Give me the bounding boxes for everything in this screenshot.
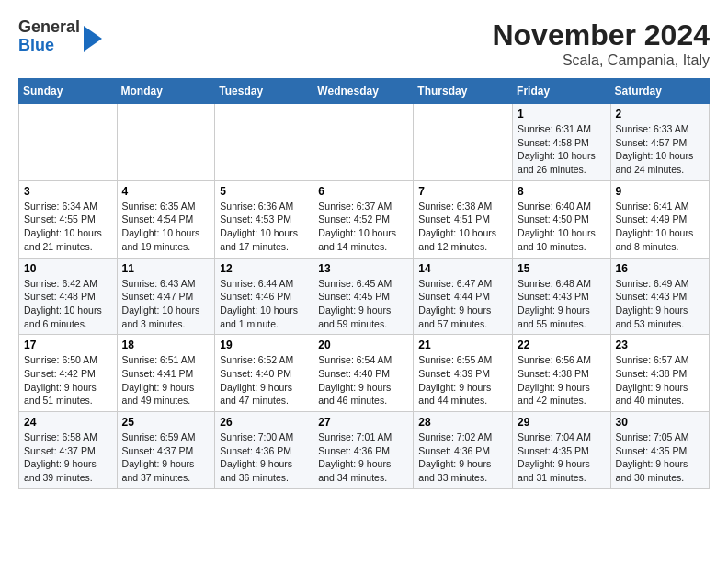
day-number: 28 <box>418 416 507 429</box>
calendar-cell: 22Sunrise: 6:56 AMSunset: 4:38 PMDayligh… <box>513 335 611 412</box>
day-number: 5 <box>220 185 308 198</box>
calendar-cell: 14Sunrise: 6:47 AMSunset: 4:44 PMDayligh… <box>414 258 513 335</box>
calendar-cell: 15Sunrise: 6:48 AMSunset: 4:43 PMDayligh… <box>513 258 611 335</box>
day-number: 18 <box>122 339 210 351</box>
day-number: 11 <box>122 262 210 275</box>
day-number: 19 <box>220 339 308 351</box>
day-info: Sunrise: 6:41 AMSunset: 4:49 PMDaylight:… <box>616 200 704 254</box>
day-info: Sunrise: 6:50 AMSunset: 4:42 PMDaylight:… <box>24 353 112 408</box>
day-info: Sunrise: 6:58 AMSunset: 4:37 PMDaylight:… <box>24 431 112 485</box>
calendar-cell: 13Sunrise: 6:45 AMSunset: 4:45 PMDayligh… <box>313 258 414 335</box>
week-row-4: 17Sunrise: 6:50 AMSunset: 4:42 PMDayligh… <box>19 335 710 412</box>
calendar-cell: 20Sunrise: 6:54 AMSunset: 4:40 PMDayligh… <box>313 335 414 412</box>
logo-text: General Blue <box>18 18 80 55</box>
calendar-cell: 6Sunrise: 6:37 AMSunset: 4:52 PMDaylight… <box>313 180 414 258</box>
calendar-cell: 1Sunrise: 6:31 AMSunset: 4:58 PMDaylight… <box>513 104 611 181</box>
day-info: Sunrise: 7:02 AMSunset: 4:36 PMDaylight:… <box>418 431 507 485</box>
week-row-1: 1Sunrise: 6:31 AMSunset: 4:58 PMDaylight… <box>19 104 710 181</box>
header-row: SundayMondayTuesdayWednesdayThursdayFrid… <box>19 79 710 104</box>
calendar-cell <box>313 104 414 181</box>
day-number: 3 <box>24 185 112 198</box>
calendar-cell: 5Sunrise: 6:36 AMSunset: 4:53 PMDaylight… <box>215 180 313 258</box>
calendar-cell: 11Sunrise: 6:43 AMSunset: 4:47 PMDayligh… <box>117 258 215 335</box>
day-number: 1 <box>518 108 606 121</box>
calendar-table: SundayMondayTuesdayWednesdayThursdayFrid… <box>18 78 710 489</box>
day-number: 27 <box>318 416 408 429</box>
calendar-cell: 25Sunrise: 6:59 AMSunset: 4:37 PMDayligh… <box>117 412 215 489</box>
column-header-sunday: Sunday <box>19 79 118 104</box>
day-info: Sunrise: 6:34 AMSunset: 4:55 PMDaylight:… <box>24 200 112 254</box>
logo: General Blue <box>18 18 102 55</box>
calendar-cell: 4Sunrise: 6:35 AMSunset: 4:54 PMDaylight… <box>117 180 215 258</box>
day-info: Sunrise: 6:44 AMSunset: 4:46 PMDaylight:… <box>220 277 308 331</box>
calendar-cell: 19Sunrise: 6:52 AMSunset: 4:40 PMDayligh… <box>215 335 313 412</box>
calendar-cell <box>19 104 118 181</box>
calendar-cell: 26Sunrise: 7:00 AMSunset: 4:36 PMDayligh… <box>215 412 313 489</box>
calendar-cell <box>215 104 313 181</box>
day-number: 6 <box>318 185 408 198</box>
day-number: 4 <box>122 185 210 198</box>
day-number: 24 <box>24 416 112 429</box>
calendar-cell: 17Sunrise: 6:50 AMSunset: 4:42 PMDayligh… <box>19 335 118 412</box>
column-header-tuesday: Tuesday <box>215 79 313 104</box>
day-number: 15 <box>518 262 606 275</box>
day-info: Sunrise: 7:01 AMSunset: 4:36 PMDaylight:… <box>318 431 408 485</box>
day-info: Sunrise: 6:57 AMSunset: 4:38 PMDaylight:… <box>616 353 704 408</box>
day-info: Sunrise: 7:05 AMSunset: 4:35 PMDaylight:… <box>616 431 704 485</box>
calendar-cell: 9Sunrise: 6:41 AMSunset: 4:49 PMDaylight… <box>610 180 709 258</box>
day-number: 10 <box>24 262 112 275</box>
day-number: 13 <box>318 262 408 275</box>
column-header-saturday: Saturday <box>610 79 709 104</box>
calendar-cell <box>414 104 513 181</box>
calendar-cell: 3Sunrise: 6:34 AMSunset: 4:55 PMDaylight… <box>19 180 118 258</box>
calendar-cell: 12Sunrise: 6:44 AMSunset: 4:46 PMDayligh… <box>215 258 313 335</box>
calendar-cell: 7Sunrise: 6:38 AMSunset: 4:51 PMDaylight… <box>414 180 513 258</box>
column-header-thursday: Thursday <box>414 79 513 104</box>
day-info: Sunrise: 6:47 AMSunset: 4:44 PMDaylight:… <box>418 277 507 331</box>
day-number: 23 <box>616 339 704 351</box>
day-info: Sunrise: 6:42 AMSunset: 4:48 PMDaylight:… <box>24 277 112 331</box>
column-header-wednesday: Wednesday <box>313 79 414 104</box>
day-info: Sunrise: 7:04 AMSunset: 4:35 PMDaylight:… <box>518 431 606 485</box>
logo-general: General <box>18 18 80 37</box>
calendar-cell: 2Sunrise: 6:33 AMSunset: 4:57 PMDaylight… <box>610 104 709 181</box>
calendar-cell: 16Sunrise: 6:49 AMSunset: 4:43 PMDayligh… <box>610 258 709 335</box>
calendar-header: SundayMondayTuesdayWednesdayThursdayFrid… <box>19 79 710 104</box>
day-info: Sunrise: 6:56 AMSunset: 4:38 PMDaylight:… <box>518 353 606 408</box>
day-number: 22 <box>518 339 606 351</box>
day-number: 21 <box>418 339 507 351</box>
page-title: November 2024 <box>492 18 710 52</box>
calendar-cell: 8Sunrise: 6:40 AMSunset: 4:50 PMDaylight… <box>513 180 611 258</box>
calendar-body: 1Sunrise: 6:31 AMSunset: 4:58 PMDaylight… <box>19 104 710 489</box>
day-info: Sunrise: 6:45 AMSunset: 4:45 PMDaylight:… <box>318 277 408 331</box>
day-number: 29 <box>518 416 606 429</box>
day-info: Sunrise: 6:54 AMSunset: 4:40 PMDaylight:… <box>318 353 408 408</box>
calendar-cell: 27Sunrise: 7:01 AMSunset: 4:36 PMDayligh… <box>313 412 414 489</box>
day-info: Sunrise: 6:35 AMSunset: 4:54 PMDaylight:… <box>122 200 210 254</box>
calendar-cell: 30Sunrise: 7:05 AMSunset: 4:35 PMDayligh… <box>610 412 709 489</box>
day-info: Sunrise: 6:55 AMSunset: 4:39 PMDaylight:… <box>418 353 507 408</box>
column-header-monday: Monday <box>117 79 215 104</box>
logo-blue: Blue <box>18 37 80 55</box>
page-header: General Blue November 2024 Scala, Campan… <box>18 18 710 69</box>
day-number: 7 <box>418 185 507 198</box>
calendar-cell: 28Sunrise: 7:02 AMSunset: 4:36 PMDayligh… <box>414 412 513 489</box>
day-number: 16 <box>616 262 704 275</box>
day-number: 25 <box>122 416 210 429</box>
day-info: Sunrise: 6:52 AMSunset: 4:40 PMDaylight:… <box>220 353 308 408</box>
day-number: 30 <box>616 416 704 429</box>
day-info: Sunrise: 6:48 AMSunset: 4:43 PMDaylight:… <box>518 277 606 331</box>
day-number: 12 <box>220 262 308 275</box>
day-info: Sunrise: 6:38 AMSunset: 4:51 PMDaylight:… <box>418 200 507 254</box>
day-number: 8 <box>518 185 606 198</box>
calendar-cell: 21Sunrise: 6:55 AMSunset: 4:39 PMDayligh… <box>414 335 513 412</box>
calendar-cell: 23Sunrise: 6:57 AMSunset: 4:38 PMDayligh… <box>610 335 709 412</box>
day-info: Sunrise: 7:00 AMSunset: 4:36 PMDaylight:… <box>220 431 308 485</box>
logo-arrow-icon <box>84 26 102 52</box>
day-number: 2 <box>616 108 704 121</box>
day-info: Sunrise: 6:59 AMSunset: 4:37 PMDaylight:… <box>122 431 210 485</box>
day-number: 14 <box>418 262 507 275</box>
day-number: 20 <box>318 339 408 351</box>
day-info: Sunrise: 6:43 AMSunset: 4:47 PMDaylight:… <box>122 277 210 331</box>
week-row-3: 10Sunrise: 6:42 AMSunset: 4:48 PMDayligh… <box>19 258 710 335</box>
